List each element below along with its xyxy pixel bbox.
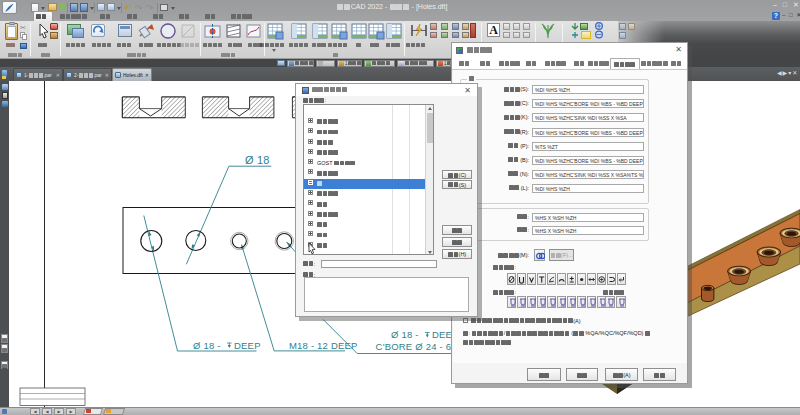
svg-text:Ø 18 -: Ø 18 - <box>193 340 221 351</box>
svg-text:Ø 18 -: Ø 18 - <box>391 329 419 340</box>
svg-text:Ø 18: Ø 18 <box>245 154 270 166</box>
svg-text:DEEP: DEEP <box>234 340 261 351</box>
svg-text:M18 - 12 DEEP: M18 - 12 DEEP <box>289 340 358 351</box>
svg-text:C'BORE Ø 24 - 6: C'BORE Ø 24 - 6 <box>376 341 452 352</box>
